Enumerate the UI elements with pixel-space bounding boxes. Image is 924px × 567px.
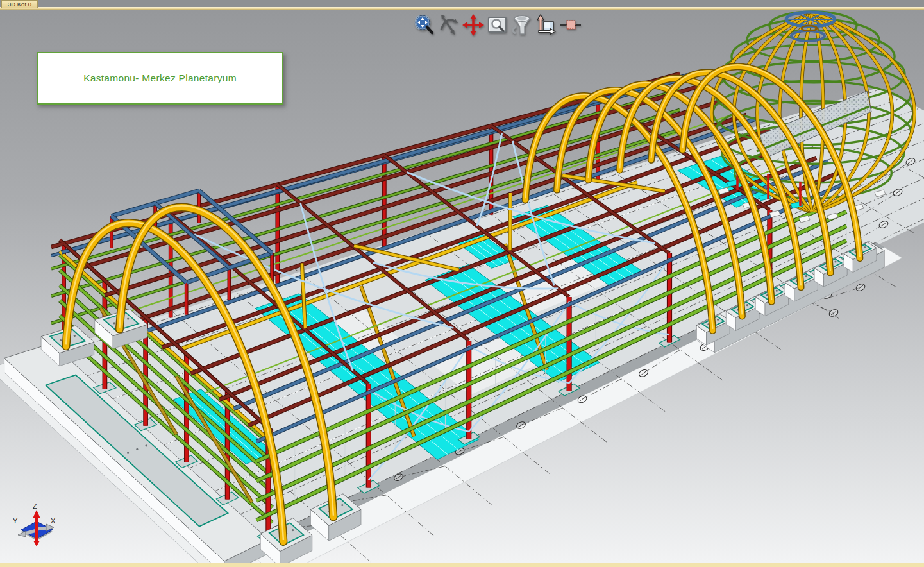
clip-plane-icon[interactable] (560, 13, 582, 37)
zoom-to-fit-icon[interactable] (414, 13, 435, 37)
z-axis-label: Z (33, 502, 37, 510)
rotate-view-icon[interactable] (438, 13, 460, 37)
model-title-annotation[interactable]: Kastamonu- Merkez Planetaryum (37, 52, 283, 105)
tab-accent-line (0, 7, 924, 10)
view-tab-bar: 3D Kot 0 (0, 0, 924, 7)
view-toolbar (414, 13, 582, 37)
bottom-strip (0, 563, 924, 567)
y-axis-label: Y (13, 517, 18, 525)
x-axis-label: X (51, 517, 56, 525)
pan-icon[interactable] (462, 13, 484, 37)
zoom-window-icon[interactable] (487, 13, 508, 37)
view-tab-3d-kot0[interactable]: 3D Kot 0 (1, 0, 38, 8)
work-plane-icon[interactable] (535, 13, 557, 37)
filter-icon[interactable] (511, 13, 533, 37)
cad-application-window: Z Y X 3D Kot 0 (0, 0, 924, 567)
model-title-text: Kastamonu- Merkez Planetaryum (83, 72, 237, 84)
